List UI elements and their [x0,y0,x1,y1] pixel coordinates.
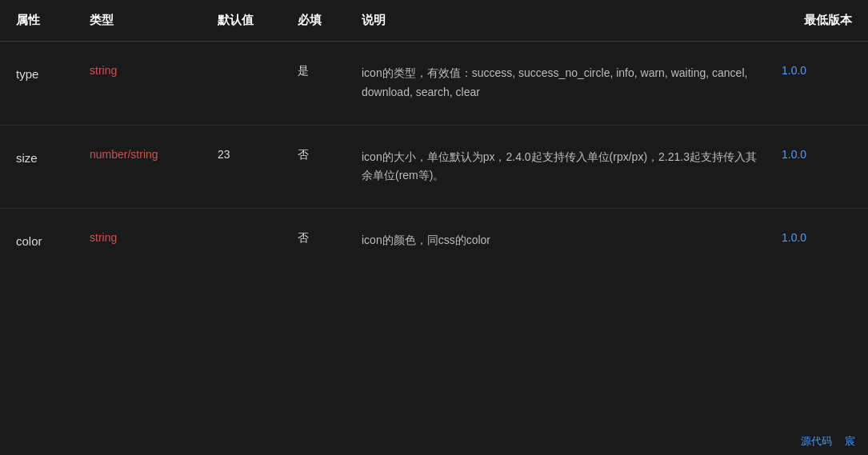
required-text: 否 [298,231,309,244]
version-value: 1.0.0 [772,209,868,273]
header-required: 必填 [288,0,352,42]
required-text: 是 [298,64,309,77]
desc-content: icon的颜色，同css的color [362,233,490,246]
required-text: 否 [298,148,309,161]
description-text: icon的颜色，同css的color [352,209,772,273]
version-value: 1.0.0 [772,125,868,209]
required-value: 是 [288,42,352,126]
property-name: color [0,209,80,273]
default-text: 23 [218,148,230,161]
table-header-row: 属性 类型 默认值 必填 说明 最低版本 [0,0,868,42]
version-text: 1.0.0 [782,64,822,77]
default-value [208,42,288,126]
property-type: number/string [80,125,208,209]
header-default: 默认值 [208,0,288,42]
api-table: 属性 类型 默认值 必填 说明 最低版本 type string 是 ic [0,0,868,273]
bottom-toolbar: 源代码 宸 [788,428,868,455]
version-value: 1.0.0 [772,42,868,126]
home-link[interactable]: 宸 [845,434,855,449]
required-value: 否 [288,209,352,273]
property-name: type [0,42,80,126]
default-value: 23 [208,125,288,209]
description-text: icon的大小，单位默认为px，2.4.0起支持传入单位(rpx/px)，2.2… [352,125,772,209]
table-row: type string 是 icon的类型，有效值：success, succe… [0,42,868,126]
header-type: 类型 [80,0,208,42]
default-value [208,209,288,273]
table-row: size number/string 23 否 icon的大小，单位默认为px，… [0,125,868,209]
header-description: 说明 [352,0,772,42]
version-text: 1.0.0 [782,148,822,161]
description-text: icon的类型，有效值：success, success_no_circle, … [352,42,772,126]
header-property: 属性 [0,0,80,42]
type-value: string [90,231,117,244]
table-row: color string 否 icon的颜色，同css的color 1.0.0 [0,209,868,273]
desc-content: icon的大小，单位默认为px，2.4.0起支持传入单位(rpx/px)，2.2… [362,150,757,182]
property-type: string [80,209,208,273]
property-type: string [80,42,208,126]
header-min-version: 最低版本 [772,0,868,42]
desc-content: icon的类型，有效值：success, success_no_circle, … [362,66,747,98]
source-code-link[interactable]: 源代码 [801,434,832,449]
version-text: 1.0.0 [782,231,822,244]
required-value: 否 [288,125,352,209]
type-value: string [90,64,117,77]
property-name: size [0,125,80,209]
type-value: number/string [90,148,158,161]
